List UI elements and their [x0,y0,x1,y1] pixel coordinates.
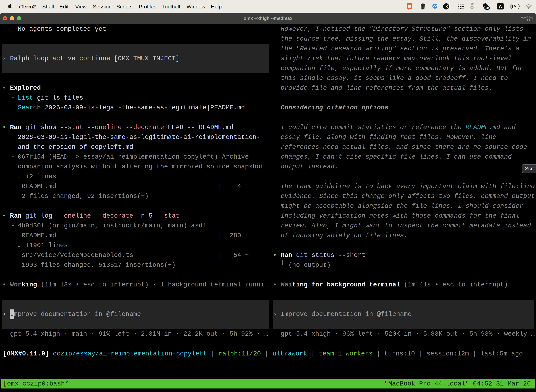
svg-text:1: 1 [531,16,532,21]
svg-text:A: A [499,4,502,9]
svg-text:..61: ..61 [485,6,489,9]
